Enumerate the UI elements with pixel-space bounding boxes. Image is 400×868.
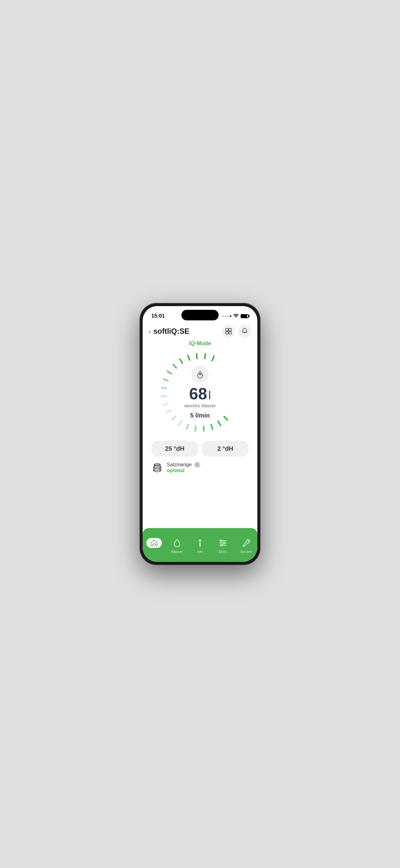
flow-rate: 5 l/min [190,412,210,419]
main-value: 68 [189,385,207,402]
tab-einst-icon-wrap [219,537,227,549]
svg-line-24 [205,354,205,359]
phone-frame: 15:01 [139,303,261,565]
gauge-container: 68 l weiches Wasser 5 l/min [157,349,243,436]
app-header: ‹ softliQ:SE [143,321,257,340]
svg-point-38 [221,544,223,546]
svg-line-25 [212,356,214,361]
salt-label: Salzmenge [167,462,192,468]
tab-einst-label: Einst. [219,550,227,554]
settings-tab-icon [219,539,227,547]
svg-line-4 [224,416,228,420]
svg-line-23 [197,353,197,358]
info-button[interactable]: i [194,462,200,468]
tab-service-icon-wrap [242,537,250,549]
main-area: iQ-Mode [143,340,257,528]
svg-rect-0 [226,329,228,331]
svg-line-20 [173,365,176,368]
header-actions [222,325,251,338]
gauge-center: 68 l weiches Wasser 5 l/min [184,366,215,419]
tab-info-label: Info [197,550,203,554]
svg-line-15 [163,404,168,405]
svg-line-19 [167,371,171,374]
tab-home-label: Home [148,550,160,554]
wifi-icon [233,314,239,318]
svg-line-21 [180,359,182,363]
tab-info-icon-wrap [197,537,203,549]
svg-point-31 [199,539,201,541]
salt-status: optimal [167,468,200,473]
svg-rect-1 [229,329,231,331]
phone-screen: 15:01 [143,306,257,562]
wrench-tab-icon [242,539,250,547]
home-active-pill [146,538,162,548]
tab-bar: Home Wasser [143,534,257,562]
hardness-row: 25 °dH 2 °dH [149,441,251,457]
hardness-left: 25 °dH [151,441,198,457]
svg-line-6 [211,425,213,429]
tab-wasser[interactable]: Wasser [168,537,186,554]
svg-line-10 [179,421,181,425]
tab-info[interactable]: Info [191,537,209,554]
svg-line-5 [218,421,221,425]
tab-wasser-icon-wrap [174,537,180,549]
svg-line-8 [195,426,196,431]
water-tab-icon [174,538,180,547]
app-title: softliQ:SE [154,327,190,336]
tab-wasser-label: Wasser [171,550,183,554]
salt-row: Salzmenge i optimal [149,457,251,473]
svg-line-16 [162,396,166,397]
bell-icon [241,328,248,335]
battery-icon [241,314,249,318]
svg-rect-3 [229,332,231,334]
layout-button[interactable] [222,325,235,338]
svg-point-37 [223,542,225,544]
dynamic-island [181,310,219,320]
tab-service-label: Service [240,550,252,554]
water-icon-circle [191,366,209,383]
svg-line-22 [188,355,190,360]
app-content: ‹ softliQ:SE [143,321,257,562]
svg-rect-2 [226,332,228,334]
home-icon [151,540,158,546]
water-drop-icon [196,370,204,379]
svg-line-17 [162,388,166,389]
back-chevron-icon: ‹ [149,328,151,335]
salt-icon [151,462,163,473]
status-time: 15:01 [151,313,165,319]
info-tab-icon [197,538,203,547]
back-button[interactable]: ‹ softliQ:SE [149,327,190,336]
tab-einst[interactable]: Einst. [214,537,232,554]
notification-button[interactable] [238,325,251,338]
tab-home-icon-wrap [146,537,162,549]
svg-rect-32 [199,542,201,547]
svg-line-9 [187,424,188,429]
tab-home[interactable]: Home [145,537,163,554]
svg-point-36 [220,540,222,542]
sub-label: weiches Wasser [184,403,215,408]
mode-label: iQ-Mode [189,340,211,347]
main-unit: l [208,389,211,402]
grid-icon [225,328,232,335]
status-icons [222,314,249,318]
tab-service[interactable]: Service [237,537,255,554]
svg-line-7 [203,426,204,431]
salt-label-row: Salzmenge i [167,462,200,468]
hardness-right: 2 °dH [202,441,249,457]
svg-line-18 [164,379,168,381]
salt-info: Salzmenge i optimal [167,462,200,473]
salt-stack-icon [151,462,163,473]
signal-icon [222,315,231,317]
svg-line-14 [167,410,171,413]
